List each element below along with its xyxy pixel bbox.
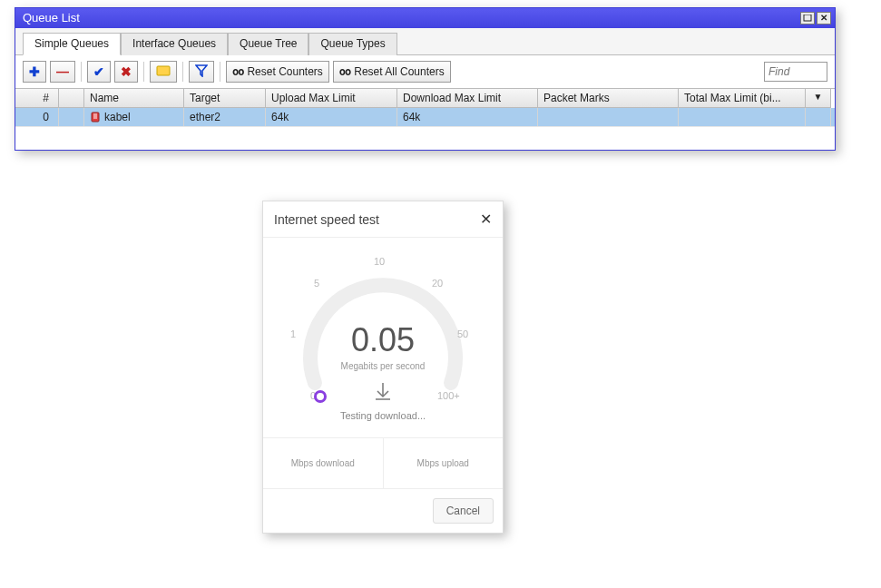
download-arrow-icon	[373, 381, 393, 404]
gauge-status: Testing download...	[263, 410, 503, 421]
gauge-unit: Megabits per second	[263, 361, 503, 371]
upload-result: Mbps upload	[383, 438, 504, 488]
gauge: 0 1 5 10 20 50 100+ 0.05 Megabits per se…	[263, 238, 503, 437]
download-result: Mbps download	[263, 438, 383, 488]
cell-upload: 64k	[266, 108, 397, 126]
col-name[interactable]: Name	[84, 89, 184, 108]
remove-button[interactable]: —	[50, 61, 75, 83]
col-target[interactable]: Target	[184, 89, 266, 108]
reset-counters-button[interactable]: oo Reset Counters	[226, 61, 329, 83]
svg-rect-1	[157, 66, 170, 75]
separator	[220, 62, 220, 82]
queue-icon	[90, 112, 101, 122]
close-icon[interactable]: ✕	[480, 211, 492, 228]
separator	[143, 62, 144, 82]
col-flag[interactable]	[59, 89, 84, 108]
counter-icon: oo	[232, 65, 243, 78]
cell-name-text: kabel	[104, 111, 131, 123]
cell-drop	[806, 108, 831, 126]
tab-queue-tree[interactable]: Queue Tree	[228, 33, 308, 55]
separator	[182, 62, 183, 82]
table-row[interactable]: 0 kabel ether2 64k 64k	[15, 108, 835, 126]
tab-queue-types[interactable]: Queue Types	[308, 33, 396, 55]
tick-20: 20	[432, 278, 443, 289]
col-dropdown[interactable]: ▼	[806, 89, 831, 108]
cell-num: 0	[15, 108, 59, 126]
cell-download: 64k	[397, 108, 538, 126]
speedtest-title: Internet speed test	[274, 212, 379, 227]
reset-all-counters-label: Reset All Counters	[354, 65, 444, 78]
tab-simple-queues[interactable]: Simple Queues	[23, 33, 121, 55]
titlebar: Queue List ✕	[15, 8, 835, 28]
reset-all-counters-button[interactable]: oo Reset All Counters	[333, 61, 451, 83]
col-num[interactable]: #	[15, 89, 59, 108]
minimize-button[interactable]	[800, 12, 815, 24]
funnel-icon	[195, 64, 208, 80]
col-upload[interactable]: Upload Max Limit	[266, 89, 397, 108]
add-button[interactable]: ✚	[23, 61, 46, 83]
reset-counters-label: Reset Counters	[247, 65, 322, 78]
cell-packet-marks	[538, 108, 679, 126]
col-total[interactable]: Total Max Limit (bi...	[679, 89, 806, 108]
filter-button[interactable]	[189, 61, 214, 83]
counter-icon: oo	[339, 65, 350, 78]
toolbar: ✚ — ✔ ✖ oo Reset Counters oo Reset All C…	[15, 55, 835, 88]
cancel-button[interactable]: Cancel	[433, 498, 494, 524]
tab-interface-queues[interactable]: Interface Queues	[121, 33, 228, 55]
plus-icon: ✚	[29, 64, 40, 79]
enable-button[interactable]: ✔	[87, 61, 111, 83]
speedtest-card: Internet speed test ✕ 0 1 5 10 20 50 100…	[262, 201, 504, 534]
tick-5: 5	[314, 278, 319, 289]
svg-rect-0	[804, 15, 811, 21]
x-icon: ✖	[121, 64, 132, 79]
queue-list-window: Queue List ✕ Simple Queues Interface Que…	[15, 7, 836, 151]
comment-button[interactable]	[150, 61, 177, 83]
col-packet-marks[interactable]: Packet Marks	[538, 89, 679, 108]
disable-button[interactable]: ✖	[114, 61, 138, 83]
gauge-knob	[314, 390, 327, 403]
cell-total	[679, 108, 806, 126]
close-button[interactable]: ✕	[817, 12, 831, 24]
note-icon	[156, 65, 171, 79]
tick-100: 100+	[437, 390, 460, 401]
check-icon: ✔	[93, 64, 104, 79]
gauge-value: 0.05	[263, 321, 503, 359]
cell-name: kabel	[84, 108, 184, 126]
speedtest-footer: Cancel	[263, 488, 503, 533]
cell-flag	[59, 108, 84, 126]
minus-icon: —	[56, 64, 69, 79]
find-input[interactable]	[764, 62, 827, 82]
results-row: Mbps download Mbps upload	[263, 437, 503, 488]
grid-empty	[15, 126, 835, 150]
window-title: Queue List	[23, 8, 80, 28]
grid: # Name Target Upload Max Limit Download …	[15, 88, 835, 150]
tabs: Simple Queues Interface Queues Queue Tre…	[15, 28, 835, 55]
col-download[interactable]: Download Max Limit	[397, 89, 538, 108]
separator	[81, 62, 82, 82]
tick-10: 10	[374, 256, 385, 267]
speedtest-header: Internet speed test ✕	[263, 201, 503, 238]
grid-header: # Name Target Upload Max Limit Download …	[15, 89, 835, 108]
cell-target: ether2	[184, 108, 266, 126]
